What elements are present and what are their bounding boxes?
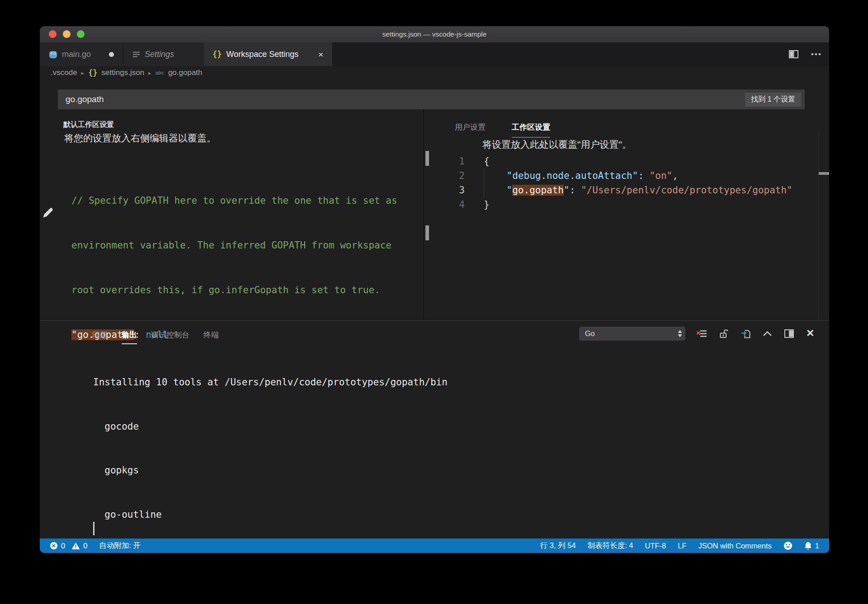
tab-workspace-settings[interactable]: {} Workspace Settings × [203,42,333,66]
json-key: " [484,185,512,196]
json-braces-icon: {} [212,50,222,59]
tab-label: Workspace Settings [226,50,298,59]
colon: : [638,170,649,181]
breadcrumb-separator-icon: ▸ [148,70,151,76]
language-mode[interactable]: JSON with Comments [698,542,772,550]
panel-tab-terminal[interactable]: 终端 [203,330,219,340]
json-value: "on" [650,170,673,181]
close-tab-icon[interactable]: × [318,50,323,59]
panel-layout-icon[interactable] [784,329,794,338]
close-panel-icon[interactable]: ✕ [806,328,814,338]
eol-indicator[interactable]: LF [678,542,686,550]
json-editor[interactable]: 1 { 2 "debug.node.autoAttach": "on", 3 "… [424,154,818,212]
colon: : [570,185,581,196]
selected-channel: Go [585,330,594,338]
tab-label: main.go [62,50,91,59]
window-title: settings.json — vscode-js-sample [382,30,487,38]
code-text: "debug.node.autoAttach": "on", [465,169,678,183]
comment-line: // Specify GOPATH here to override the o… [71,193,397,208]
split-editor-icon[interactable] [789,50,798,58]
tab-user-settings[interactable]: 用户设置 [455,122,486,132]
auto-attach-status[interactable]: 自动附加: 开 [99,541,141,551]
json-key: "debug.node.autoAttach" [484,170,638,181]
list-icon [132,51,140,58]
warning-count: 0 [83,542,87,550]
output-line: gocode [93,419,448,434]
bell-icon [804,542,812,550]
output-channel-select[interactable]: Go [579,327,685,341]
overview-marker [425,225,429,240]
breadcrumb-symbol[interactable]: go.gopath [168,68,203,77]
code-line-current[interactable]: 3 "go.gopath": "/Users/penlv/code/protot… [424,183,818,197]
breadcrumb: .vscode ▸ {} settings.json ▸ abc go.gopa… [40,66,829,80]
output-line: go-outline [93,507,448,522]
editor-actions [789,42,821,66]
breadcrumb-file[interactable]: settings.json [102,68,145,77]
panel-tab-output[interactable]: 输出 [122,330,137,340]
code-line[interactable]: 4 } [424,197,818,212]
workspace-settings-hint: 将设置放入此处以覆盖"用户设置"。 [482,138,632,151]
error-icon [50,542,58,550]
code-line[interactable]: 2 "debug.node.autoAttach": "on", [424,169,818,183]
go-gopher-icon [49,50,57,59]
default-settings-heading: 默认工作区设置 [63,120,114,130]
warning-icon [71,542,80,550]
string-symbol-icon: abc [156,70,164,75]
tab-label: Settings [145,50,174,59]
default-settings-hint: 将您的设置放入右侧编辑器以覆盖。 [64,132,216,145]
open-log-file-icon[interactable] [741,329,750,338]
encoding[interactable]: UTF-8 [645,542,666,550]
tab-main-go[interactable]: main.go [40,42,123,66]
search-query-text: go.gopath [66,94,104,104]
code-text: "go.gopath": "/Users/penlv/code/prototyp… [465,183,793,197]
line-number: 1 [424,154,465,169]
indent-guide [484,169,484,197]
tab-workspace-settings-target[interactable]: 工作区设置 [512,122,550,132]
code-line[interactable]: 1 { [424,154,818,169]
breadcrumb-folder[interactable]: .vscode [51,68,77,77]
edit-setting-pencil-icon[interactable] [42,206,54,220]
panel-tab-debug-console[interactable]: 调试控制台 [151,330,189,340]
breadcrumb-separator-icon: ▸ [81,70,85,76]
error-count: 0 [61,542,65,550]
output-log[interactable]: Installing 10 tools at /Users/penlv/code… [93,346,448,553]
search-match-marker [819,172,829,175]
bottom-panel: 问题 输出 调试控制台 终端 Go ✕ Installing 10 tools … [40,320,829,538]
line-number: 3 [424,183,465,197]
settings-search-input[interactable]: go.gopath 找到 1 个设置 [58,89,805,109]
tab-settings[interactable]: Settings [123,42,203,66]
line-number: 2 [424,169,465,183]
notification-count: 1 [815,542,819,550]
traffic-lights [49,30,85,38]
matched-setting-key: go.gopath [512,185,564,196]
panel-tab-problems[interactable]: 问题 [92,330,108,340]
workspace-settings-pane[interactable]: 用户设置 工作区设置 将设置放入此处以覆盖"用户设置"。 1 { 2 "debu… [424,109,829,320]
code-text: { [465,154,490,169]
zoom-window-button[interactable] [77,30,85,38]
overview-ruler [818,130,819,320]
tab-size[interactable]: 制表符长度: 4 [588,541,633,551]
clear-output-icon[interactable] [696,329,707,338]
json-value: "/Users/penlv/code/prototypes/gopath" [581,185,793,196]
vscode-window: settings.json — vscode-js-sample main.go… [40,26,829,553]
comma: , [672,170,678,181]
comment-line: environment variable. The inferred GOPAT… [71,238,397,253]
problems-status[interactable]: 0 0 [50,542,87,550]
default-settings-pane[interactable]: 默认工作区设置 将您的设置放入右侧编辑器以覆盖。 // Specify GOPA… [40,109,424,320]
notifications-bell[interactable]: 1 [804,542,819,550]
line-number: 4 [424,197,465,212]
comment-line: root overrides this, if go.inferGopath i… [71,283,397,298]
cursor-position[interactable]: 行 3, 列 54 [540,541,576,551]
unlock-icon[interactable] [719,329,729,338]
json-key: " [564,185,570,196]
close-window-button[interactable] [49,30,57,38]
modified-dot-icon[interactable] [109,52,114,57]
feedback-smiley-icon[interactable] [783,541,793,550]
output-line: Installing 10 tools at /Users/penlv/code… [93,375,448,390]
json-braces-icon: {} [88,68,97,77]
maximize-panel-chevron-icon[interactable] [763,331,772,337]
more-actions-icon[interactable] [811,53,821,56]
status-bar: 0 0 自动附加: 开 行 3, 列 54 制表符长度: 4 UTF-8 LF … [40,538,829,553]
minimize-window-button[interactable] [63,30,71,38]
editor-tab-bar: main.go Settings {} Workspace Settings × [40,42,829,66]
